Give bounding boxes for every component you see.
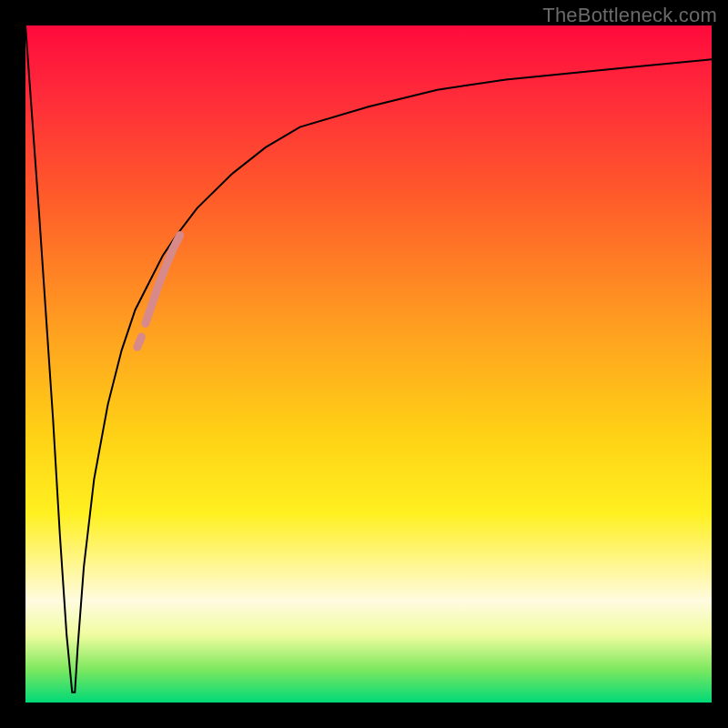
series-highlight-dot — [137, 337, 142, 347]
series-curve — [25, 25, 712, 693]
chart-frame: TheBottleneck.com — [0, 0, 728, 728]
watermark-text: TheBottleneck.com — [542, 4, 717, 27]
chart-svg — [0, 0, 728, 728]
